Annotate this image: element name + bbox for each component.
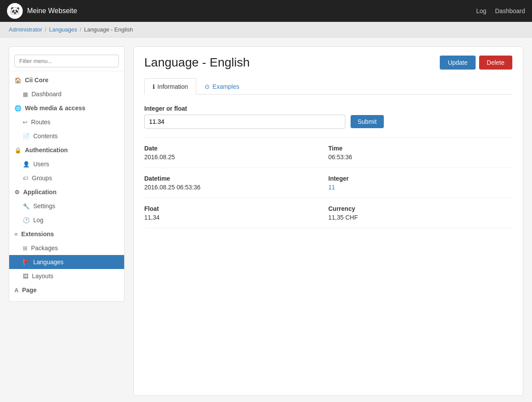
currency-label: Currency — [328, 205, 512, 212]
data-cell-time: Time 06:53:36 — [328, 138, 512, 168]
sidebar: 🏠 Cii Core ▦ Dashboard 🌐 Web media & acc… — [9, 46, 125, 302]
breadcrumb-bar: Administrator / Languages / Language - E… — [0, 22, 532, 38]
packages-icon: ⊞ — [23, 245, 28, 252]
submit-button[interactable]: Submit — [351, 115, 384, 128]
breadcrumb-languages[interactable]: Languages — [49, 26, 77, 33]
brand-icon: 🐼 — [7, 3, 23, 19]
flag-icon: 🚩 — [23, 259, 30, 266]
update-button[interactable]: Update — [440, 56, 475, 70]
data-cell-date: Date 2016.08.25 — [144, 138, 328, 168]
breadcrumb-administrator[interactable]: Administrator — [9, 26, 42, 33]
nav-log-link[interactable]: Log — [476, 7, 486, 14]
currency-value: 11,35 CHF — [328, 214, 512, 221]
sidebar-item-log[interactable]: 🕐 Log — [9, 213, 124, 227]
main-layout: 🏠 Cii Core ▦ Dashboard 🌐 Web media & acc… — [0, 38, 532, 402]
sidebar-item-layouts[interactable]: 🖼 Layouts — [9, 269, 124, 283]
breadcrumb-sep-1: / — [45, 26, 47, 33]
content-area: Language - English Update Delete ℹ Infor… — [133, 46, 523, 396]
data-cell-currency: Currency 11,35 CHF — [328, 198, 512, 228]
header-buttons: Update Delete — [440, 56, 512, 70]
breadcrumb-current: Language - English — [84, 26, 133, 33]
integer-label: Integer — [328, 175, 512, 182]
list-icon: ≡ — [14, 231, 18, 238]
integer-float-form-group: Integer or float Submit — [144, 105, 512, 129]
page-title: Language - English — [144, 56, 250, 70]
sidebar-item-contents[interactable]: 📄 Contents — [9, 129, 124, 143]
page-icon: A — [14, 287, 18, 294]
tag-icon: 🏷 — [23, 175, 28, 182]
navbar-links: Log Dashboard — [476, 7, 525, 14]
time-label: Time — [328, 145, 512, 152]
float-value: 11,34 — [144, 214, 328, 221]
examples-icon: ⊙ — [205, 83, 210, 90]
navbar: 🐼 Meine Webseite Log Dashboard — [0, 0, 532, 22]
sidebar-section-extensions: ≡ Extensions — [9, 227, 124, 241]
date-value: 2016.08.25 — [144, 154, 328, 161]
sidebar-item-dashboard[interactable]: ▦ Dashboard — [9, 87, 124, 101]
tab-information[interactable]: ℹ Information — [144, 78, 196, 94]
page-header: Language - English Update Delete — [144, 56, 512, 70]
sidebar-section-page: A Page — [9, 283, 124, 297]
datetime-value: 2016.08.25 06:53:36 — [144, 184, 328, 191]
sidebar-filter-input[interactable] — [14, 55, 119, 67]
integer-float-label: Integer or float — [144, 105, 512, 112]
sidebar-item-settings[interactable]: 🔧 Settings — [9, 199, 124, 213]
integer-value: 11 — [328, 184, 512, 191]
home-icon: 🏠 — [14, 77, 21, 84]
routes-icon: ↩ — [23, 119, 28, 126]
lock-icon: 🔒 — [14, 147, 21, 154]
data-cell-datetime: Datetime 2016.08.25 06:53:36 — [144, 168, 328, 198]
data-cell-integer: Integer 11 — [328, 168, 512, 198]
sidebar-item-routes[interactable]: ↩ Routes — [9, 115, 124, 129]
delete-button[interactable]: Delete — [479, 56, 512, 70]
data-grid: Date 2016.08.25 Time 06:53:36 Datetime 2… — [144, 137, 512, 228]
data-cell-float: Float 11,34 — [144, 198, 328, 228]
sidebar-item-packages[interactable]: ⊞ Packages — [9, 241, 124, 255]
wrench-icon: 🔧 — [23, 203, 30, 210]
info-icon: ℹ — [153, 83, 155, 90]
breadcrumb: Administrator / Languages / Language - E… — [9, 26, 523, 33]
sidebar-item-languages[interactable]: 🚩 Languages — [9, 255, 124, 269]
datetime-label: Datetime — [144, 175, 328, 182]
brand: 🐼 Meine Webseite — [7, 3, 77, 19]
integer-float-input[interactable] — [144, 115, 345, 129]
brand-name: Meine Webseite — [27, 7, 77, 15]
float-label: Float — [144, 205, 328, 212]
tabs: ℹ Information ⊙ Examples — [144, 78, 512, 94]
user-icon: 👤 — [23, 161, 30, 168]
clock-icon: 🕐 — [23, 217, 30, 224]
gear-icon: ⚙ — [14, 189, 20, 196]
contents-icon: 📄 — [23, 133, 30, 140]
sidebar-item-users[interactable]: 👤 Users — [9, 157, 124, 171]
image-icon: 🖼 — [23, 273, 28, 280]
sidebar-section-application: ⚙ Application — [9, 185, 124, 199]
sidebar-section-cii-core: 🏠 Cii Core — [9, 73, 124, 87]
tab-examples[interactable]: ⊙ Examples — [196, 78, 247, 94]
sidebar-section-web-media: 🌐 Web media & access — [9, 101, 124, 115]
globe-icon: 🌐 — [14, 105, 21, 112]
form-row-inline: Submit — [144, 115, 512, 129]
sidebar-filter-wrapper — [9, 51, 124, 71]
breadcrumb-sep-2: / — [80, 26, 82, 33]
date-label: Date — [144, 145, 328, 152]
dashboard-icon: ▦ — [23, 91, 28, 98]
sidebar-section-authentication: 🔒 Authentication — [9, 143, 124, 157]
time-value: 06:53:36 — [328, 154, 512, 161]
nav-dashboard-link[interactable]: Dashboard — [495, 7, 525, 14]
sidebar-item-groups[interactable]: 🏷 Groups — [9, 171, 124, 185]
